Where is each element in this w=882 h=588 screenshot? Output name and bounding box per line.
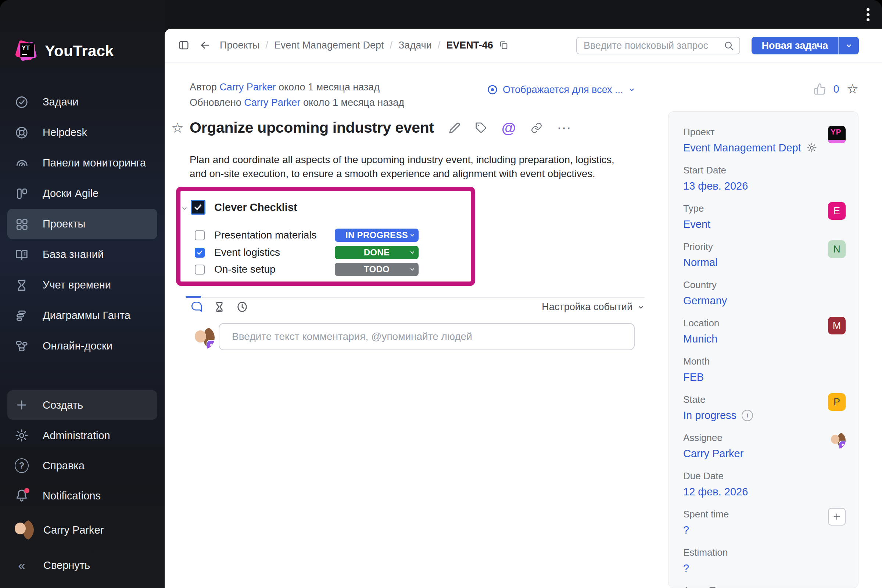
status-pill-done[interactable]: DONE: [335, 246, 418, 259]
sidebar-item-time-tracking[interactable]: Учет времени: [0, 270, 165, 300]
tab-history[interactable]: [236, 301, 248, 313]
sidebar-create-button[interactable]: Создать: [8, 390, 157, 420]
field-value-link[interactable]: FEB: [683, 370, 704, 384]
breadcrumb-project-name[interactable]: Event Management Dept: [274, 40, 384, 51]
sidebar-item-agile-boards[interactable]: Доски Agile: [0, 178, 165, 209]
title-actions: @ ⋯: [449, 122, 572, 134]
new-task-dropdown-button[interactable]: [838, 37, 859, 54]
checkbox-unchecked[interactable]: [195, 265, 205, 274]
tab-comments[interactable]: [190, 301, 203, 313]
checklist-item: On-site setup TODO: [195, 262, 276, 276]
ai-spiral-icon[interactable]: @: [502, 122, 516, 134]
priority-badge: N: [828, 240, 846, 258]
field-value-link[interactable]: ?: [683, 523, 689, 537]
field-value-link[interactable]: Carry Parker: [683, 446, 744, 461]
field-value-link[interactable]: Munich: [683, 332, 718, 346]
field-value-link[interactable]: 12 фев. 2026: [683, 484, 748, 499]
ai-assistant-badge: [207, 340, 214, 350]
sidebar-item-administration[interactable]: Administration: [0, 420, 165, 450]
search-placeholder: Введите поисковый запрос: [584, 40, 723, 51]
issue-title-row: ☆ Organize upcoming industry event @ ⋯: [171, 119, 572, 136]
checklist-item-label: Presentation materials: [214, 230, 317, 241]
tag-icon[interactable]: [475, 122, 487, 134]
new-task-button[interactable]: Новая задача: [752, 37, 838, 54]
event-settings-dropdown[interactable]: Настройка событий: [542, 302, 645, 313]
issue-description: Plan and coordinate all aspects of the u…: [190, 153, 621, 181]
field-spent-time: Spent time ?: [683, 508, 846, 537]
link-icon[interactable]: [531, 122, 542, 134]
checkbox-unchecked[interactable]: [195, 230, 205, 240]
star-icon[interactable]: ☆: [847, 82, 858, 96]
sidebar-item-helpdesk[interactable]: Helpdesk: [0, 117, 165, 148]
grid-icon: [15, 217, 28, 231]
issue-fields-panel: Проект Event Management Dept YP Start Da…: [668, 111, 858, 588]
gear-icon[interactable]: [806, 142, 818, 153]
field-value-link[interactable]: Event: [683, 217, 710, 231]
state-badge: P: [828, 393, 846, 411]
thumbs-up-icon[interactable]: [814, 82, 826, 95]
field-value-link[interactable]: Event Management Dept: [683, 140, 818, 155]
sidebar-item-collapse[interactable]: « Свернуть: [0, 550, 165, 580]
sidebar-item-dashboards[interactable]: Панели мониторинга: [0, 148, 165, 178]
favorite-star-icon[interactable]: ☆: [171, 120, 184, 135]
sidebar-item-tasks[interactable]: Задачи: [0, 87, 165, 117]
updater-link[interactable]: Carry Parker: [244, 97, 300, 108]
sidebar-item-gantt-charts[interactable]: Диаграммы Ганта: [0, 300, 165, 331]
sidebar-item-profile[interactable]: Carry Parker: [0, 514, 165, 545]
sidebar-item-notifications[interactable]: Notifications: [0, 481, 165, 511]
checklist-item-label: On-site setup: [214, 264, 276, 275]
activity-tabs: [190, 301, 248, 313]
author-link[interactable]: Carry Parker: [219, 82, 276, 93]
add-spent-time-button[interactable]: [828, 508, 846, 525]
field-value-link[interactable]: Germany: [683, 293, 727, 308]
breadcrumb-tasks[interactable]: Задачи: [398, 40, 432, 51]
checklist-heading: Clever Checklist: [214, 201, 297, 213]
sidebar-item-label: Notifications: [43, 490, 101, 502]
more-actions-icon[interactable]: ⋯: [557, 124, 572, 132]
notification-dot: [24, 488, 29, 493]
back-arrow-icon[interactable]: [199, 39, 211, 51]
sidebar-item-online-boards[interactable]: Онлайн-доски: [0, 331, 165, 361]
field-label: Location: [683, 317, 846, 329]
youtrack-logo[interactable]: YT YouTrack: [16, 40, 114, 62]
gear-icon: [15, 429, 28, 442]
field-project: Проект Event Management Dept YP: [683, 126, 846, 155]
updated-line: Обновлено Carry Parker около 1 месяца на…: [190, 95, 404, 110]
status-pill-todo[interactable]: TODO: [335, 263, 418, 276]
kebab-menu-icon[interactable]: [867, 8, 870, 21]
field-value-link[interactable]: 13 фев. 2026: [683, 178, 748, 193]
sidebar-item-projects[interactable]: Проекты: [8, 209, 157, 239]
agile-board-icon: [15, 187, 28, 201]
field-label: Month: [683, 355, 846, 368]
collapse-chevron-icon[interactable]: [180, 204, 189, 212]
field-value-link[interactable]: ?: [683, 561, 689, 576]
panel-toggle-icon[interactable]: [178, 39, 190, 51]
sidebar-item-knowledge-base[interactable]: База знаний: [0, 239, 165, 270]
search-input[interactable]: Введите поисковый запрос: [576, 37, 740, 54]
checklist-heading-checkbox[interactable]: [191, 200, 206, 214]
pencil-icon[interactable]: [449, 122, 460, 134]
breadcrumb-separator: /: [390, 40, 393, 51]
lifebuoy-icon: [15, 126, 28, 140]
sidebar-item-help[interactable]: ? Справка: [0, 450, 165, 481]
visibility-control[interactable]: Отображается для всех ...: [487, 84, 636, 96]
status-pill-in-progress[interactable]: IN PROGRESS: [335, 229, 418, 242]
collapse-chevrons-icon: «: [15, 558, 28, 573]
comment-input[interactable]: Введите текст комментария, @упоминайте л…: [219, 323, 634, 350]
info-icon[interactable]: i: [742, 410, 753, 421]
field-value-link[interactable]: Normal: [683, 255, 717, 270]
comment-avatar: [191, 326, 214, 350]
field-label: Spent time: [683, 508, 846, 520]
field-label: Due Date: [683, 470, 846, 482]
tabs-divider: [186, 297, 645, 298]
project-avatar[interactable]: YP: [828, 126, 846, 143]
plus-icon: [15, 398, 28, 412]
breadcrumb-projects[interactable]: Проекты: [220, 40, 260, 51]
location-badge: M: [828, 317, 846, 334]
tab-time-tracking[interactable]: [213, 301, 226, 313]
sidebar-item-label: Доски Agile: [43, 188, 99, 200]
checkbox-checked[interactable]: [195, 248, 205, 258]
field-value-link[interactable]: In progressi: [683, 408, 753, 423]
breadcrumb: Проекты / Event Management Dept / Задачи…: [220, 40, 508, 51]
copy-icon[interactable]: [498, 40, 508, 50]
